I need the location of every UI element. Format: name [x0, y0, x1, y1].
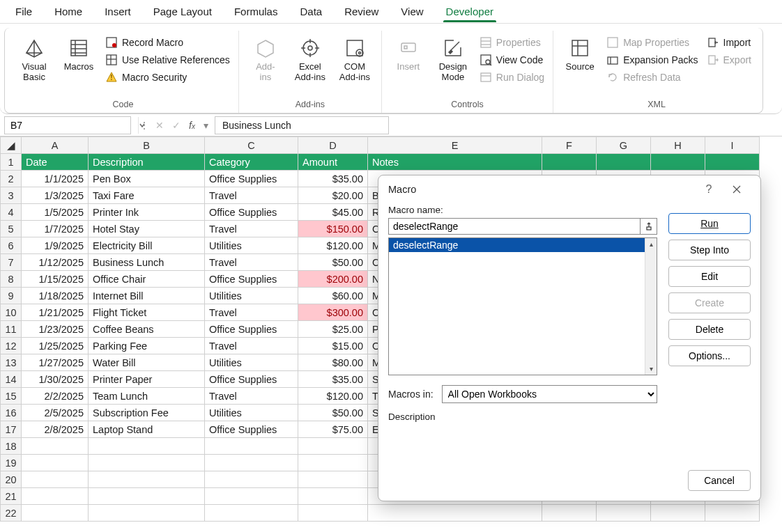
cell[interactable]: 1/3/2025	[22, 187, 89, 204]
scroll-down-icon[interactable]: ▾	[645, 363, 657, 375]
excel-addins-button[interactable]: Excel Add-ins	[289, 33, 331, 86]
dialog-help-button[interactable]: ?	[695, 175, 723, 203]
options-button[interactable]: Options...	[668, 345, 751, 366]
name-box-input[interactable]	[5, 120, 138, 131]
insert-control-button[interactable]: Insert	[388, 33, 429, 75]
col-header-F[interactable]: F	[542, 137, 597, 154]
cell[interactable]	[205, 488, 298, 505]
cell[interactable]: Water Bill	[89, 354, 205, 371]
com-addins-button[interactable]: COM Add-ins	[334, 33, 376, 86]
cell[interactable]: $25.00	[298, 321, 368, 338]
xml-source-button[interactable]: Source	[559, 33, 601, 75]
header-cell[interactable]: Description	[89, 154, 205, 171]
cell[interactable]: 1/21/2025	[22, 304, 89, 321]
cell[interactable]	[22, 471, 89, 488]
addins-button[interactable]: Add- ins	[245, 33, 286, 86]
cell[interactable]: Printer Ink	[89, 204, 205, 221]
cell[interactable]	[705, 154, 760, 171]
row-header-13[interactable]: 13	[1, 354, 22, 371]
cell[interactable]: Travel	[205, 187, 298, 204]
cell[interactable]: $60.00	[298, 288, 368, 304]
row-header-22[interactable]: 22	[1, 505, 22, 522]
cell[interactable]	[368, 505, 542, 522]
cell[interactable]: 1/9/2025	[22, 237, 89, 254]
cell[interactable]	[89, 455, 205, 471]
dialog-close-button[interactable]	[723, 175, 751, 203]
macro-list-item[interactable]: deselectRange	[389, 238, 657, 252]
menu-page-layout[interactable]: Page Layout	[142, 1, 223, 22]
delete-button[interactable]: Delete	[668, 319, 751, 340]
macros-button[interactable]: Macros	[58, 33, 100, 75]
cell[interactable]	[89, 438, 205, 455]
col-header-C[interactable]: C	[205, 137, 298, 154]
col-header-B[interactable]: B	[89, 137, 205, 154]
cell[interactable]: Office Supplies	[205, 371, 298, 388]
cell[interactable]: $120.00	[298, 388, 368, 405]
refresh-data-button[interactable]: Refresh Data	[604, 70, 700, 85]
run-dialog-button[interactable]: Run Dialog	[477, 70, 547, 85]
cell[interactable]: 2/8/2025	[22, 421, 89, 438]
col-header-D[interactable]: D	[298, 137, 368, 154]
row-header-14[interactable]: 14	[1, 371, 22, 388]
header-cell[interactable]: Category	[205, 154, 298, 171]
menu-review[interactable]: Review	[333, 1, 390, 22]
macro-listbox[interactable]: deselectRange ▴ ▾	[388, 237, 657, 375]
menu-home[interactable]: Home	[43, 1, 93, 22]
row-header-20[interactable]: 20	[1, 471, 22, 488]
cell[interactable]: Office Supplies	[205, 204, 298, 221]
cell[interactable]: 1/23/2025	[22, 321, 89, 338]
col-header-H[interactable]: H	[651, 137, 705, 154]
menu-insert[interactable]: Insert	[93, 1, 142, 22]
header-cell[interactable]: Notes	[368, 154, 542, 171]
col-header-G[interactable]: G	[597, 137, 651, 154]
map-properties-button[interactable]: Map Properties	[604, 35, 700, 50]
cell[interactable]: $45.00	[298, 204, 368, 221]
cell[interactable]: $300.00	[298, 304, 368, 321]
cell[interactable]	[22, 455, 89, 471]
properties-button[interactable]: Properties	[477, 35, 547, 50]
cell[interactable]: Utilities	[205, 237, 298, 254]
cell[interactable]	[298, 471, 368, 488]
cell[interactable]: Office Supplies	[205, 271, 298, 288]
cell[interactable]: Subscription Fee	[89, 405, 205, 421]
formula-input[interactable]: Business Lunch	[215, 116, 389, 134]
cell[interactable]: Utilities	[205, 354, 298, 371]
row-header-3[interactable]: 3	[1, 187, 22, 204]
cell[interactable]	[597, 154, 651, 171]
menu-file[interactable]: File	[4, 1, 43, 22]
menu-formulas[interactable]: Formulas	[223, 1, 289, 22]
cell[interactable]	[705, 505, 760, 522]
step-into-button[interactable]: Step Into	[668, 240, 751, 260]
cell[interactable]: Business Lunch	[89, 254, 205, 271]
row-header-8[interactable]: 8	[1, 271, 22, 288]
macro-name-input[interactable]	[388, 218, 641, 235]
cell[interactable]: $35.00	[298, 371, 368, 388]
expansion-packs-button[interactable]: Expansion Packs	[604, 52, 700, 68]
xml-import-button[interactable]: Import	[704, 35, 754, 50]
cell[interactable]: Travel	[205, 221, 298, 237]
cell[interactable]: $75.00	[298, 421, 368, 438]
col-header-I[interactable]: I	[705, 137, 760, 154]
cell[interactable]: 1/15/2025	[22, 271, 89, 288]
cell[interactable]	[298, 455, 368, 471]
row-header-11[interactable]: 11	[1, 321, 22, 338]
menu-data[interactable]: Data	[289, 1, 333, 22]
row-header-7[interactable]: 7	[1, 254, 22, 271]
row-header-4[interactable]: 4	[1, 204, 22, 221]
cell[interactable]: Pen Box	[89, 171, 205, 187]
cell[interactable]	[298, 488, 368, 505]
create-button[interactable]: Create	[668, 292, 751, 313]
record-macro-button[interactable]: Record Macro	[102, 35, 233, 50]
macro-security-button[interactable]: ! Macro Security	[102, 70, 233, 85]
cell[interactable]: $20.00	[298, 187, 368, 204]
cell[interactable]	[298, 438, 368, 455]
col-header-A[interactable]: A	[22, 137, 89, 154]
cell[interactable]: 1/30/2025	[22, 371, 89, 388]
cell[interactable]: Office Supplies	[205, 321, 298, 338]
select-all-corner[interactable]: ◢	[1, 137, 22, 154]
visual-basic-button[interactable]: Visual Basic	[13, 33, 55, 86]
cell[interactable]: Flight Ticket	[89, 304, 205, 321]
cell[interactable]: $120.00	[298, 237, 368, 254]
scroll-up-icon[interactable]: ▴	[645, 238, 657, 250]
cell[interactable]: 1/27/2025	[22, 354, 89, 371]
